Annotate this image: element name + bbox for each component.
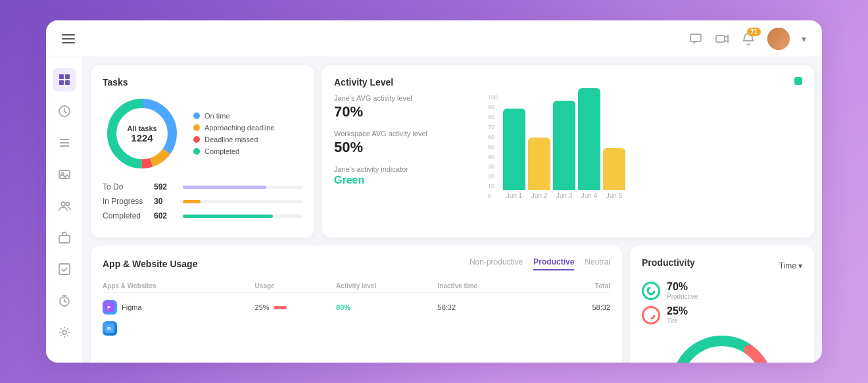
top-row: Tasks: [91, 65, 814, 238]
figma-app-label: Figma: [122, 303, 142, 311]
sidebar-item-clock[interactable]: [53, 99, 76, 123]
svg-rect-4: [59, 80, 64, 85]
completed-label: Completed: [205, 147, 239, 155]
notification-icon[interactable]: 71: [741, 32, 756, 46]
chevron-down-icon[interactable]: ▾: [802, 34, 806, 44]
svg-point-17: [62, 330, 66, 334]
time-chevron-icon: ▾: [798, 261, 802, 270]
y-label-30: 30: [488, 163, 498, 170]
todo-label: To Do: [103, 182, 149, 192]
indicator-label: Jane's activity indicator: [334, 165, 466, 173]
usage-title: App & Website Usage: [103, 259, 197, 269]
tasks-stats: To Do 592 In Progress 30: [103, 182, 302, 220]
indicator-block: Jane's activity indicator Green: [334, 165, 466, 186]
completed-bar-bg: [183, 215, 302, 218]
sidebar: [46, 57, 83, 363]
tasks-title: Tasks: [103, 77, 302, 88]
donut-total: 1224: [127, 132, 157, 143]
y-axis: 100 90 80 70 60 50 40 30 20 10: [488, 94, 498, 199]
video-icon[interactable]: [715, 32, 729, 46]
donut-label: All tasks: [127, 124, 157, 132]
jane-avg-block: Jane's AVG activity level 70%: [334, 94, 466, 120]
usage-row-2: B: [103, 318, 610, 339]
time-dropdown[interactable]: Time ▾: [779, 261, 802, 270]
inprogress-bar: [183, 200, 201, 203]
tab-productive[interactable]: Productive: [533, 257, 574, 270]
sidebar-item-settings[interactable]: [53, 320, 76, 344]
jane-avg-label: Jane's AVG activity level: [334, 94, 466, 102]
approaching-label: Approaching deadline: [205, 124, 274, 132]
completed-dot: [193, 148, 200, 155]
y-label-50: 50: [488, 143, 498, 150]
col-header-inactive: Inactive time: [438, 282, 539, 290]
bar-jun2-label: Jun 2: [531, 192, 547, 199]
usage-card: App & Website Usage Non-productive Produ…: [91, 245, 622, 363]
y-label-0: 0: [488, 193, 498, 199]
legend-on-time: On time: [193, 112, 274, 120]
app-name-figma: F Figma: [103, 300, 255, 315]
app-name-2: B: [103, 321, 610, 336]
activity-top: Jane's AVG activity level 70% Workspace …: [334, 94, 802, 199]
sidebar-item-image[interactable]: [53, 163, 76, 186]
top-bar: 71 ▾: [46, 20, 822, 57]
tab-non-productive[interactable]: Non-productive: [470, 257, 523, 270]
y-label-90: 90: [488, 104, 498, 111]
completed-stat-label: Completed: [103, 211, 149, 220]
usage-table-header: Apps & Websites Usage Activity level Ina…: [103, 280, 610, 293]
productive-circle: [642, 282, 660, 300]
inprogress-label: In Progress: [103, 197, 149, 206]
prod-header: Productivity Time ▾: [642, 257, 802, 274]
sidebar-item-grid[interactable]: [53, 68, 76, 91]
svg-text:F: F: [107, 305, 110, 311]
y-label-10: 10: [488, 183, 498, 190]
y-label-100: 100: [488, 94, 498, 101]
y-label-70: 70: [488, 124, 498, 130]
bar-jun1-fill: [503, 109, 525, 190]
productivity-card: Productivity Time ▾: [630, 245, 814, 363]
sidebar-item-list[interactable]: [53, 131, 76, 155]
avatar-image: [767, 28, 790, 50]
bottom-row: App & Website Usage Non-productive Produ…: [91, 245, 814, 363]
figma-icon: F: [103, 300, 117, 315]
tab-neutral[interactable]: Neutral: [585, 257, 610, 270]
bar-jun3: Jun 3: [553, 101, 575, 199]
svg-point-27: [648, 288, 654, 294]
col-header-usage: Usage: [255, 282, 337, 290]
top-bar-right: 71 ▾: [688, 28, 806, 50]
chat-icon[interactable]: [688, 32, 703, 46]
sidebar-item-users[interactable]: [53, 194, 76, 218]
figma-total: 58:32: [539, 303, 610, 311]
indicator-value: Green: [334, 174, 466, 186]
figma-usage: 25%: [255, 303, 337, 311]
bar-jun5: Jun 5: [603, 148, 625, 199]
prod-info-tire: 25% Tire: [667, 305, 802, 324]
activity-card: Activity Level Jane's AVG activity level…: [322, 65, 814, 238]
tire-label: Tire: [667, 317, 802, 324]
prod-item-tire: 25% Tire: [642, 305, 802, 324]
hamburger-menu[interactable]: [62, 34, 75, 43]
svg-rect-5: [65, 80, 70, 85]
svg-rect-1: [716, 36, 725, 42]
usage-row-figma: F Figma 25% 80% 58:32 58:32: [103, 297, 610, 318]
inprogress-value: 30: [154, 197, 178, 206]
notification-badge: 71: [747, 28, 761, 36]
productive-label: Productive: [667, 293, 802, 300]
sidebar-item-timer[interactable]: [53, 289, 76, 313]
jane-avg-value: 70%: [334, 103, 466, 120]
svg-point-13: [66, 203, 69, 206]
activity-title: Activity Level: [334, 77, 393, 88]
activity-stats: Jane's AVG activity level 70% Workspace …: [334, 94, 466, 199]
sidebar-item-briefcase[interactable]: [53, 226, 76, 249]
avatar[interactable]: [767, 28, 790, 50]
main-content: Tasks: [83, 57, 822, 363]
svg-rect-2: [59, 74, 64, 79]
y-label-20: 20: [488, 173, 498, 180]
tire-pct: 25%: [667, 305, 802, 317]
sidebar-item-check[interactable]: [53, 257, 76, 281]
figma-usage-pct: 25%: [255, 303, 270, 311]
col-header-activity: Activity level: [336, 282, 437, 290]
bar-jun4-label: Jun 4: [581, 192, 597, 199]
svg-rect-15: [59, 264, 70, 274]
figma-inactive: 58:32: [438, 303, 539, 311]
on-time-dot: [193, 113, 200, 119]
